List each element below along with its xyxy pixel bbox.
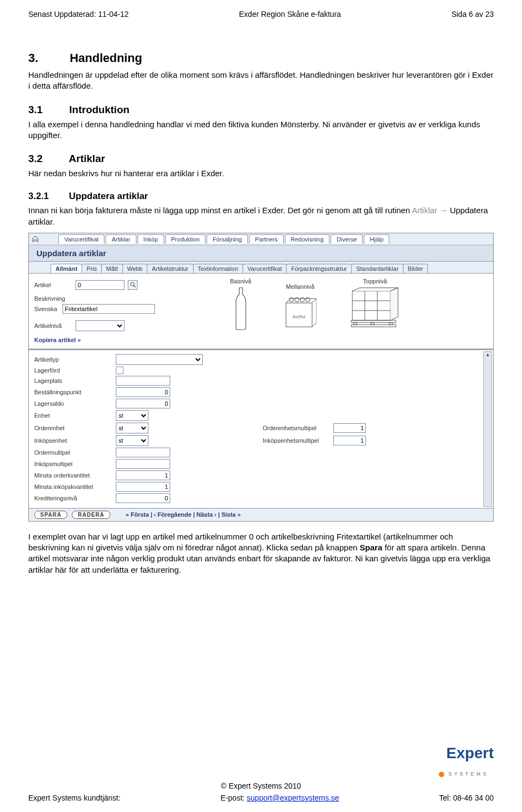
menu-forsaljning[interactable]: Försäljning [207,234,248,244]
tab-bilder[interactable]: Bilder [403,264,428,273]
bestallningspunkt-input[interactable] [116,387,170,397]
section-321-title: 3.2.1 Uppdatera artiklar [28,191,494,202]
main-menu: Varucertifikat Artiklar Inköp Produktion… [58,234,389,244]
footer-copyright: © Expert Systems 2010 [28,782,494,790]
pager[interactable]: « Första | ‹ Föregående | Nästa › | Sist… [126,511,241,518]
lagerplats-input[interactable] [116,376,170,386]
svg-point-4 [295,297,299,302]
kreditniva-input[interactable] [116,493,170,503]
beskrivning-input[interactable] [63,304,155,314]
orderenhetsmultipel-input[interactable] [333,423,366,433]
artikel-input[interactable] [76,280,125,290]
document-footer: © Expert Systems 2010 Expert Systems kun… [28,782,494,802]
section-32-text: Artiklar [69,153,105,164]
section-32-title: 3.2 Artiklar [28,153,494,165]
inkopsmultipel-label: Inköpsmultipel [34,461,116,467]
mellanniva-label: Mellannivå [284,283,316,290]
menu-hjalp[interactable]: Hjälp [364,234,389,244]
footer-email-link[interactable]: support@expertsystems.se [247,794,339,802]
svg-line-1 [134,286,135,287]
section-3-title: 3. Handledning [28,51,494,65]
form-top-area: Artikel Beskrivning Svenska Art [29,274,493,349]
inkopenhet-select[interactable]: st [116,435,148,446]
svg-point-0 [130,283,134,286]
spara-button[interactable]: SPARA [34,511,67,519]
inkopenhet-label: Inköpsenhet [34,437,116,444]
logo-dot-icon [439,772,444,777]
spara-bold: Spara [360,543,383,552]
artikelniva-label: Artikelnivå [34,323,72,329]
section-3-paragraph: Handledningen är uppdelad efter de olika… [28,70,494,92]
minsta-order-input[interactable] [116,470,170,480]
menu-artiklar[interactable]: Artiklar [105,234,136,244]
minsta-inkop-input[interactable] [116,482,170,492]
tab-pris[interactable]: Pris [82,264,102,273]
section-3-num: 3. [28,51,66,65]
basniva-label: Basnivå [230,278,251,284]
document-header: Senast Uppdaterad: 11-04-12 Exder Region… [28,10,494,18]
tab-matt[interactable]: Mått [101,264,122,273]
kreditniva-label: Krediteringsnivå [34,495,116,501]
menu-varucertifikat[interactable]: Varucertifikat [58,234,104,244]
tab-webb[interactable]: Webb [122,264,148,273]
section-31-title: 3.1 Introduktion [28,104,494,116]
inkopenhetsmultipel-label: Inköpsenhetsmultipel [263,437,333,444]
bestallningspunkt-label: Beställningspunkt [34,389,116,395]
tab-allmant[interactable]: Allmänt [51,264,82,273]
svg-rect-15 [353,323,357,325]
inkopenhetsmultipel-input[interactable] [333,436,366,445]
footer-mid: E-post: support@expertsystems.se [221,794,339,802]
svg-rect-13 [351,320,396,323]
app-screenshot: Varucertifikat Artiklar Inköp Produktion… [28,233,494,522]
app-top-bar: Varucertifikat Artiklar Inköp Produktion… [29,233,493,245]
bottle-icon [234,287,248,330]
orderenhet-label: Orderenhet [34,425,116,431]
section-321-num: 3.2.1 [28,191,66,202]
ordermultipel-input[interactable] [116,448,170,457]
menu-diverse[interactable]: Diverse [331,234,363,244]
radera-button[interactable]: RADERA [72,511,110,519]
orderenhet-select[interactable]: st [116,423,148,433]
section-32-num: 3.2 [28,153,66,165]
arrow-icon: → [437,206,448,215]
svg-point-6 [306,297,310,302]
section-321-text: Uppdatera artiklar [69,191,148,201]
menu-partners[interactable]: Partners [249,234,284,244]
section-31-text: Introduktion [69,104,129,115]
section-32-paragraph: Här nedan beskrivs hur ni hanterar era a… [28,168,494,179]
tab-forpackningsstruktur[interactable]: Förpackningsstruktur [286,264,352,273]
enhet-select[interactable]: st [116,410,148,421]
minsta-order-label: Minsta orderkvantitet [34,472,116,479]
lagersaldo-label: Lagersaldo [34,400,116,407]
artikel-label: Artikel [34,282,72,288]
sub-tabs: Allmänt Pris Mått Webb Artikelstruktur T… [29,262,493,274]
svg-text:6x25cl: 6x25cl [293,314,306,319]
home-icon[interactable] [31,234,40,243]
artikeltyp-select[interactable] [116,354,203,365]
toppniva-label: Toppnivå [349,278,401,284]
lagerplats-label: Lagerplats [34,377,116,384]
header-left: Senast Uppdaterad: 11-04-12 [28,10,128,18]
menu-inkop[interactable]: Inköp [138,234,164,244]
tab-textinformation[interactable]: Textinformation [193,264,244,273]
search-icon[interactable] [128,280,138,290]
inkopsmultipel-input[interactable] [116,459,170,469]
footer-epost-label: E-post: [221,794,247,802]
lagersaldo-input[interactable] [116,399,170,408]
language-label: Svenska [34,306,57,312]
lagerford-label: Lagerförd [34,367,116,374]
tab-flstandardartiklar[interactable]: Standardartiklar [351,264,403,273]
section-31-num: 3.1 [28,104,66,116]
artikelniva-select[interactable] [76,320,125,331]
menu-produktion[interactable]: Produktion [165,234,206,244]
menu-redovisning[interactable]: Redovisning [285,234,330,244]
section-3-text: Handledning [70,51,142,65]
pallet-icon [349,287,401,330]
svg-rect-17 [389,323,393,325]
lagerford-checkbox[interactable] [116,367,123,374]
kopiera-artikel-link[interactable]: Kopiera artikel » [34,337,197,343]
logo-subtext: S Y S T E M S [449,771,487,777]
tab-artikelstruktur[interactable]: Artikelstruktur [147,264,193,273]
footer-left: Expert Systems kundtjänst: [28,794,121,802]
tab-varucertifikat[interactable]: Varucertifikat [243,264,287,273]
